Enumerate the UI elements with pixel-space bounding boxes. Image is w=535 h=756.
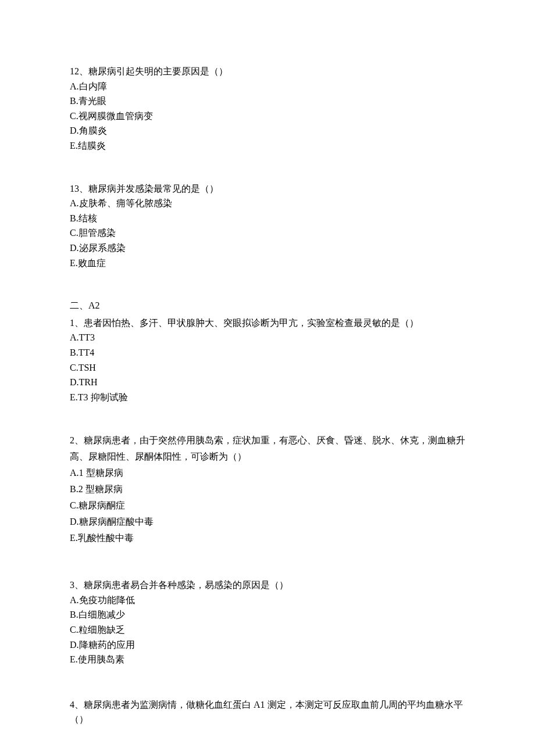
question-a-13: 13、糖尿病并发感染最常见的是（） A.皮肤希、痈等化脓感染 B.结核 C.胆管…	[70, 181, 465, 271]
question-b-3: 3、糖尿病患者易合并各种感染，易感染的原因是（） A.免疫功能降低 B.白细胞减…	[70, 578, 465, 667]
option: C.视网膜微血管病变	[70, 109, 465, 124]
question-stem: 12、糖尿病引起失明的主要原因是（）	[70, 64, 465, 79]
question-b-1: 1、患者因怕热、多汗、甲状腺肿大、突眼拟诊断为甲亢，实验室检查最灵敏的是（） A…	[70, 316, 465, 405]
option: E.败血症	[70, 256, 465, 271]
option: E.乳酸性酸中毒	[70, 530, 465, 546]
option: B.白细胞减少	[70, 607, 465, 622]
option: D.角膜炎	[70, 123, 465, 138]
option: C.粒细胞缺乏	[70, 622, 465, 637]
question-stem: 3、糖尿病患者易合并各种感染，易感染的原因是（）	[70, 578, 465, 593]
question-b-2: 2、糖尿病患者，由于突然停用胰岛索，症状加重，有恶心、厌食、昏迷、脱水、休克，测…	[70, 432, 465, 546]
option: A.1 型糖尿病	[70, 465, 465, 481]
question-stem: 4、糖尿病患者为监测病情，做糖化血红蛋白 A1 测定，本测定可反应取血前几周的平…	[70, 697, 465, 727]
option: A.皮肤希、痈等化脓感染	[70, 196, 465, 211]
question-b-4: 4、糖尿病患者为监测病情，做糖化血红蛋白 A1 测定，本测定可反应取血前几周的平…	[70, 697, 465, 727]
option: B.青光眼	[70, 94, 465, 109]
question-stem: 2、糖尿病患者，由于突然停用胰岛索，症状加重，有恶心、厌食、昏迷、脱水、休克，测…	[70, 432, 465, 465]
option: B.结核	[70, 211, 465, 226]
option: D.TRH	[70, 375, 465, 390]
option: E.结膜炎	[70, 138, 465, 153]
option: C.TSH	[70, 360, 465, 375]
option: A.免疫功能降低	[70, 593, 465, 608]
option: D.降糖药的应用	[70, 637, 465, 653]
section-b-title: 二、A2	[70, 298, 465, 313]
question-stem: 13、糖尿病并发感染最常见的是（）	[70, 181, 465, 196]
document-page: 12、糖尿病引起失明的主要原因是（） A.白内障 B.青光眼 C.视网膜微血管病…	[0, 0, 535, 756]
option: E.T3 抑制试验	[70, 390, 465, 405]
option: D.糖尿病酮症酸中毒	[70, 514, 465, 530]
option: C.胆管感染	[70, 225, 465, 241]
option: C.糖尿病酮症	[70, 497, 465, 514]
option: A.白内障	[70, 79, 465, 94]
option: E.使用胰岛素	[70, 652, 465, 667]
option: B.2 型糖尿病	[70, 481, 465, 497]
option: A.TT3	[70, 330, 465, 345]
question-stem: 1、患者因怕热、多汗、甲状腺肿大、突眼拟诊断为甲亢，实验室检查最灵敏的是（）	[70, 316, 465, 331]
option: D.泌尿系感染	[70, 241, 465, 256]
option: B.TT4	[70, 345, 465, 360]
question-a-12: 12、糖尿病引起失明的主要原因是（） A.白内障 B.青光眼 C.视网膜微血管病…	[70, 64, 465, 153]
